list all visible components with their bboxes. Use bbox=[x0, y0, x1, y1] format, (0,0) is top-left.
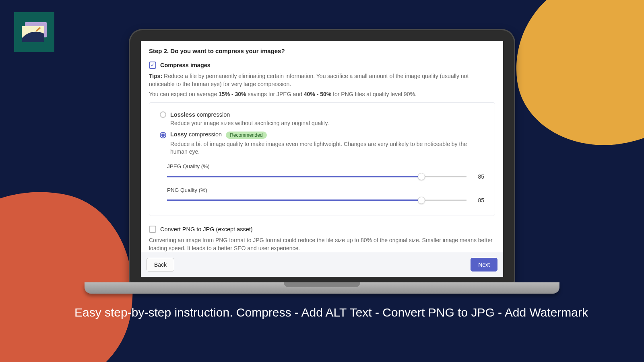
jpeg-quality-value: 85 bbox=[472, 173, 484, 180]
lossless-desc: Reduce your image sizes without sacrific… bbox=[170, 119, 484, 128]
png-quality-slider[interactable] bbox=[167, 197, 466, 204]
laptop-base bbox=[85, 282, 559, 294]
compression-options-box: Lossless compression Reduce your image s… bbox=[149, 102, 495, 216]
tips-text-2: You can expect on average 15% - 30% savi… bbox=[149, 90, 495, 98]
app-screen: Step 2. Do you want to compress your ima… bbox=[141, 41, 503, 277]
step-title: Step 2. Do you want to compress your ima… bbox=[149, 47, 495, 54]
convert-png-label: Convert PNG to JPG (except asset) bbox=[160, 226, 253, 232]
convert-png-checkbox[interactable]: ✓ bbox=[149, 226, 156, 233]
app-logo-icon bbox=[14, 12, 54, 52]
jpeg-quality-label: JPEG Quality (%) bbox=[167, 163, 484, 169]
compress-images-checkbox[interactable]: ✓ bbox=[149, 62, 156, 69]
png-quality-value: 85 bbox=[472, 197, 484, 204]
next-button[interactable]: Next bbox=[471, 258, 497, 272]
decorative-blob-orange bbox=[504, 0, 644, 157]
lossy-radio[interactable] bbox=[160, 132, 166, 138]
png-quality-label: PNG Quality (%) bbox=[167, 187, 484, 193]
laptop-frame: Step 2. Do you want to compress your ima… bbox=[129, 29, 515, 294]
footer-bar: Back Next bbox=[141, 252, 503, 277]
lossy-desc: Reduce a bit of image quality to make im… bbox=[170, 140, 484, 156]
tips-text: Tips: Reduce a file by permanently elimi… bbox=[149, 72, 495, 88]
caption-text: Easy step-by-step instruction. Compress … bbox=[74, 304, 620, 321]
back-button[interactable]: Back bbox=[147, 258, 174, 272]
recommended-badge: Recommended bbox=[226, 132, 266, 139]
lossless-radio[interactable] bbox=[160, 111, 166, 118]
convert-png-desc: Converting an image from PNG format to J… bbox=[149, 236, 495, 253]
lossy-label: Lossy compression Recommended bbox=[170, 131, 267, 138]
compress-images-label: Compress images bbox=[160, 62, 211, 68]
jpeg-quality-slider[interactable] bbox=[167, 173, 466, 180]
lossless-label: Lossless compression bbox=[170, 111, 230, 118]
